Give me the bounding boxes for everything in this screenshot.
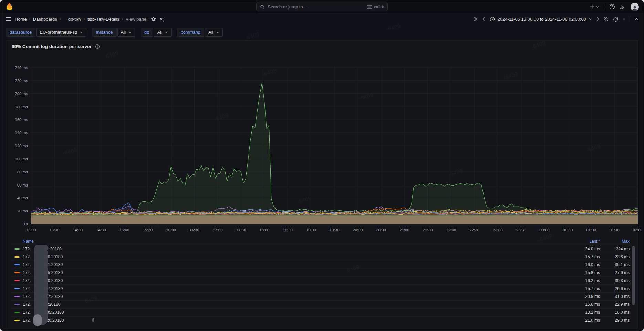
series-last-value: 16.0 ms	[568, 262, 600, 267]
chart-canvas[interactable]: 13:0013:3014:0014:3015:0015:3016:0016:30…	[9, 50, 635, 237]
series-color-swatch	[14, 304, 20, 305]
time-range-picker[interactable]: 2024-11-05 13:00:00 to 2024-11-06 02:00:…	[490, 17, 592, 22]
legend-header-name[interactable]: Name	[12, 239, 568, 244]
svg-text:16:30: 16:30	[189, 228, 199, 232]
refresh-icon[interactable]	[613, 17, 618, 22]
help-icon[interactable]	[609, 4, 615, 10]
series-color-swatch	[14, 256, 20, 258]
breadcrumb-dashboards[interactable]: Dashboards	[33, 17, 57, 22]
series-name: 172.167:20180	[23, 286, 568, 291]
series-last-value: 15.6 ms	[568, 302, 600, 307]
grafana-window: Search or jump to... ctrl+k	[0, 0, 644, 331]
clock-icon	[490, 17, 495, 22]
svg-text:16:00: 16:00	[166, 228, 176, 232]
svg-text:100 ms: 100 ms	[15, 157, 28, 161]
legend-row[interactable]: 172.165:20180 15.8 ms 27.6 ms	[12, 269, 630, 277]
svg-text:23:00: 23:00	[493, 228, 503, 232]
series-name: 172.217:20180	[23, 294, 568, 299]
filter-value-datasource[interactable]: EU-prometheus-sd	[36, 28, 86, 37]
nav-bar: Home › Dashboards › db-tikv › tidb-Tikv-…	[0, 13, 644, 24]
svg-text:21:30: 21:30	[423, 228, 433, 232]
time-range-text: 2024-11-05 13:00:00 to 2024-11-06 02:00:…	[497, 17, 586, 22]
series-last-value: 15.7 ms	[568, 254, 600, 259]
breadcrumb-home[interactable]: Home	[15, 17, 27, 22]
refresh-interval-caret-icon[interactable]	[622, 17, 626, 21]
grafana-logo-icon[interactable]	[5, 2, 14, 11]
add-button[interactable]	[590, 4, 599, 9]
panel-settings-gear-icon[interactable]	[473, 16, 478, 22]
avatar[interactable]	[631, 3, 639, 11]
svg-text:60 ms: 60 ms	[17, 183, 28, 187]
series-max-value: 30.3 ms	[600, 278, 630, 283]
series-last-value: 21.0 ms	[568, 318, 600, 323]
breadcrumb: Home › Dashboards › db-tikv › tidb-Tikv-…	[15, 17, 147, 22]
chevron-down-icon	[596, 5, 599, 9]
series-name: 172.165:20180	[23, 270, 568, 275]
series-color-swatch	[14, 312, 20, 313]
news-rss-icon[interactable]	[620, 4, 626, 10]
svg-text:14:00: 14:00	[73, 228, 83, 232]
svg-text:21:00: 21:00	[399, 228, 409, 232]
variable-filters: datasource EU-prometheus-sd Instance All…	[0, 24, 644, 39]
svg-text:20:30: 20:30	[376, 228, 386, 232]
time-shift-back-icon[interactable]	[482, 17, 486, 21]
series-name: 172.120:20180	[23, 254, 568, 259]
time-shift-forward-icon[interactable]	[596, 17, 599, 21]
series-max-value: 22.9 ms	[600, 302, 630, 307]
series-last-value: 20.5 ms	[568, 294, 600, 299]
legend-row[interactable]: 172.217:20180 20.5 ms 31.0 ms	[12, 292, 630, 300]
breadcrumb-folder[interactable]: db-tikv	[68, 17, 81, 22]
breadcrumb-dashboard[interactable]: tidb-Tikv-Details	[87, 17, 120, 22]
series-color-swatch	[14, 272, 20, 273]
search-icon	[260, 4, 265, 9]
filter-label-datasource: datasource	[6, 28, 35, 37]
search-input[interactable]: Search or jump to... ctrl+k	[256, 2, 388, 11]
filter-value-db[interactable]: All	[154, 28, 172, 37]
series-name: 172..185:20180	[23, 310, 568, 315]
series-max-value: 224 ms	[600, 247, 630, 251]
svg-text:80 ms: 80 ms	[17, 170, 28, 174]
filter-value-command[interactable]: All	[205, 28, 222, 37]
series-color-swatch	[14, 248, 20, 250]
filter-label-db: db	[141, 28, 153, 37]
legend-row[interactable]: 172..220:20180 21.0 ms 29.0 ms	[12, 316, 630, 324]
series-last-value: 16.2 ms	[568, 278, 600, 283]
series-last-value: 13.2 ms	[568, 310, 600, 315]
svg-text:15:30: 15:30	[143, 228, 153, 232]
legend-row[interactable]: 172..21:20180 24.0 ms 224 ms	[12, 245, 630, 253]
series-name: 172..21:20180	[23, 247, 568, 251]
legend-row[interactable]: 172..185:20180 13.2 ms 16.0 ms	[12, 308, 630, 316]
share-icon[interactable]	[159, 17, 165, 22]
svg-text:22:00: 22:00	[446, 228, 456, 232]
legend-header-last[interactable]: Last *	[568, 239, 600, 244]
svg-text:200 ms: 200 ms	[15, 92, 28, 96]
legend-row[interactable]: 172.180:20180 16.2 ms 30.3 ms	[12, 277, 630, 284]
info-icon[interactable]	[95, 44, 100, 49]
svg-text:180 ms: 180 ms	[15, 105, 28, 109]
legend-header: Name Last * Max	[12, 238, 630, 245]
svg-text:220 ms: 220 ms	[15, 79, 28, 83]
series-max-value: 35.1 ms	[600, 262, 630, 267]
legend-row[interactable]: 172.120:20180 15.7 ms 23.6 ms	[12, 253, 630, 261]
chevron-down-icon	[216, 31, 219, 34]
search-placeholder: Search or jump to...	[268, 4, 364, 9]
legend-scrollbar[interactable]	[632, 246, 635, 305]
panel-header[interactable]: 99% Commit log duration per server	[9, 42, 635, 50]
filter-value-instance[interactable]: All	[117, 28, 135, 37]
legend-row[interactable]: 172.69:20180 15.6 ms 22.9 ms	[12, 300, 630, 308]
zoom-out-icon[interactable]	[603, 16, 609, 22]
legend-row[interactable]: 172.167:20180 15.7 ms 26.6 ms	[12, 284, 630, 292]
chevron-down-icon	[589, 17, 592, 21]
svg-text:01:30: 01:30	[610, 228, 620, 232]
menu-icon[interactable]	[5, 17, 11, 21]
series-max-value: 26.6 ms	[600, 286, 630, 291]
star-icon[interactable]	[151, 17, 156, 22]
filter-label-instance: Instance	[92, 28, 116, 37]
timeseries-panel: 99% Commit log duration per server 13:00…	[6, 40, 638, 329]
svg-text:20:00: 20:00	[353, 228, 363, 232]
series-name: 172.161:20180	[23, 262, 568, 267]
legend-row[interactable]: 172.161:20180 16.0 ms 35.1 ms	[12, 261, 630, 269]
legend-header-max[interactable]: Max	[600, 239, 630, 244]
series-color-swatch	[14, 296, 20, 297]
collapse-chevron-up-icon[interactable]	[634, 18, 639, 21]
